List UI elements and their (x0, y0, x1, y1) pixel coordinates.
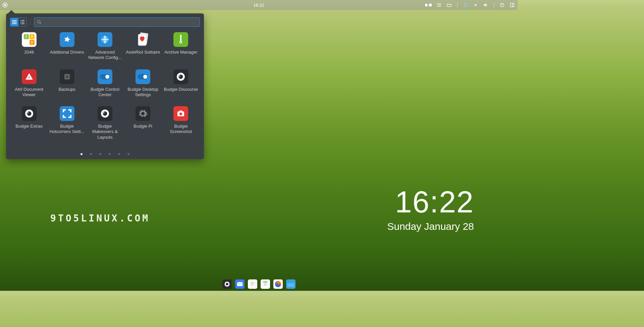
sidebar-toggle-icon[interactable] (509, 2, 515, 8)
svg-rect-20 (21, 20, 24, 21)
power-icon[interactable] (499, 2, 505, 8)
svg-line-26 (40, 23, 41, 24)
app-2048[interactable]: 248 2048 (10, 32, 48, 61)
svg-rect-23 (20, 23, 21, 24)
svg-point-37 (180, 41, 182, 43)
gear-icon (136, 106, 150, 121)
svg-rect-19 (20, 20, 21, 21)
app-extras[interactable]: Budgie Extras (10, 106, 48, 140)
app-2048-icon: 248 (22, 32, 37, 47)
svg-point-25 (38, 20, 40, 23)
page-indicator (80, 153, 129, 155)
app-label: Additional Drivers (50, 50, 84, 55)
svg-point-54 (103, 112, 104, 113)
dock-text-editor-icon[interactable] (248, 279, 257, 289)
app-label: Budgie Extras (15, 124, 43, 129)
page-dot[interactable] (90, 153, 92, 155)
toggle-icon (136, 69, 150, 84)
search-icon (37, 20, 42, 24)
page-dot[interactable] (127, 153, 129, 155)
top-panel: 16:22 (0, 0, 518, 10)
watermark-text: 9TO5LINUX.COM (50, 213, 150, 224)
svg-rect-36 (180, 35, 181, 42)
app-solitaire[interactable]: AisleRiot Solitaire (124, 32, 162, 61)
svg-rect-21 (20, 22, 21, 22)
page-dot[interactable] (109, 153, 111, 155)
tray-divider (494, 2, 494, 8)
app-pi[interactable]: Budgie Pi (124, 106, 162, 140)
search-input[interactable] (42, 20, 197, 25)
app-screenshot[interactable]: Budgie Screenshot (162, 106, 200, 140)
desktop-clock-date: Sunday January 28 (387, 221, 474, 232)
dock-budgie-icon[interactable] (222, 279, 232, 289)
app-label: Archive Manager (164, 50, 197, 55)
svg-rect-18 (15, 23, 16, 24)
svg-text:4: 4 (31, 35, 33, 39)
svg-point-40 (66, 75, 68, 78)
files-icon[interactable] (446, 2, 452, 8)
page-dot[interactable] (80, 153, 83, 155)
app-menu-header (10, 17, 200, 27)
svg-rect-2 (429, 4, 432, 6)
budgie-logo-icon (98, 106, 112, 121)
svg-rect-15 (15, 22, 16, 23)
menu-icon[interactable] (436, 2, 442, 8)
app-additional-drivers[interactable]: Additional Drivers (48, 32, 86, 61)
page-dot[interactable] (99, 153, 101, 155)
header-divider (30, 18, 31, 26)
app-label: Backups (59, 87, 75, 92)
dock-notes-icon[interactable] (261, 279, 270, 289)
svg-rect-10 (12, 20, 13, 21)
app-backups[interactable]: Backups (48, 69, 86, 98)
pdf-icon: A (22, 69, 37, 84)
panel-clock[interactable]: 16:22 (253, 3, 264, 8)
camera-icon (173, 106, 188, 121)
app-atril[interactable]: A Atril Document Viewer (10, 69, 48, 98)
svg-point-45 (143, 75, 147, 79)
desktop-clock-time: 16:22 (387, 185, 474, 219)
app-label: Atril Document Viewer (11, 87, 47, 98)
svg-point-1 (4, 4, 6, 6)
safe-icon (60, 69, 74, 84)
page-dot[interactable] (118, 153, 120, 155)
dock-mail-icon[interactable] (235, 279, 245, 289)
notifications-icon[interactable] (463, 2, 468, 8)
svg-point-47 (179, 74, 183, 79)
svg-point-57 (226, 283, 228, 285)
svg-rect-17 (14, 23, 15, 24)
svg-rect-24 (21, 23, 24, 24)
dock (222, 279, 296, 289)
app-grid: 248 2048 Additional Drivers Advanced Net… (10, 32, 200, 143)
budgie-logo-icon (22, 106, 37, 121)
app-control-center[interactable]: Budgie Control Center (86, 69, 124, 98)
list-view-button[interactable] (18, 18, 26, 26)
app-label: Budgie Desktop Settings (125, 87, 161, 98)
dock-files-icon[interactable] (286, 279, 296, 289)
svg-rect-22 (21, 22, 24, 22)
svg-point-51 (28, 112, 29, 113)
svg-rect-59 (250, 280, 256, 288)
network-icon[interactable] (473, 2, 478, 8)
app-hotcorners[interactable]: Budgie Hotcorners Setti... (48, 106, 86, 140)
svg-point-48 (179, 75, 180, 76)
app-network-config[interactable]: Advanced Network Config... (86, 32, 124, 61)
app-archive-manager[interactable]: Archive Manager (162, 32, 200, 61)
svg-rect-11 (14, 20, 15, 21)
app-label: 2048 (24, 50, 34, 55)
search-field-wrap[interactable] (34, 17, 200, 27)
svg-rect-64 (263, 281, 267, 282)
dock-firefox-icon[interactable] (273, 279, 283, 289)
volume-icon[interactable] (483, 2, 488, 8)
svg-text:2: 2 (25, 35, 27, 39)
grid-view-button[interactable] (10, 18, 18, 26)
app-discourse[interactable]: Budgie Discourse (162, 69, 200, 98)
budgie-menu-button[interactable] (0, 0, 10, 10)
app-makeovers[interactable]: Budgie Makeovers & Layouts (86, 106, 124, 140)
recording-indicator-icon[interactable] (425, 4, 432, 6)
cards-icon (136, 32, 150, 47)
svg-rect-13 (12, 22, 13, 23)
svg-rect-16 (12, 23, 13, 24)
svg-point-43 (105, 75, 109, 79)
app-desktop-settings[interactable]: Budgie Desktop Settings (124, 69, 162, 98)
corners-icon (60, 106, 74, 121)
